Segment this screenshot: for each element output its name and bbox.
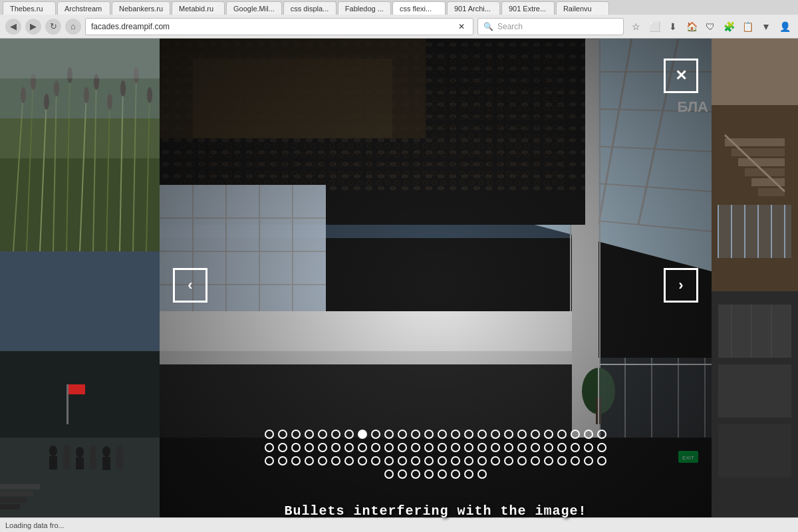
home-button[interactable]: ⌂ bbox=[65, 19, 81, 35]
bullet[interactable] bbox=[517, 430, 527, 439]
bullet[interactable] bbox=[438, 469, 447, 479]
bullet[interactable] bbox=[318, 430, 327, 439]
forward-button[interactable]: ▶ bbox=[25, 19, 41, 35]
bullet[interactable] bbox=[464, 456, 473, 466]
bullet[interactable] bbox=[384, 469, 394, 479]
person-icon[interactable]: 👤 bbox=[777, 19, 793, 35]
bullet[interactable] bbox=[451, 469, 460, 479]
bullet[interactable] bbox=[411, 430, 420, 439]
bullet[interactable] bbox=[571, 430, 580, 439]
bullet[interactable] bbox=[358, 443, 367, 452]
bullet[interactable] bbox=[477, 456, 487, 466]
bullet[interactable] bbox=[544, 430, 553, 439]
bullet[interactable] bbox=[291, 430, 301, 439]
bullet[interactable] bbox=[438, 443, 447, 452]
bullet[interactable] bbox=[371, 443, 380, 452]
clipboard-icon[interactable]: 📋 bbox=[739, 19, 755, 35]
home-icon[interactable]: 🏠 bbox=[684, 19, 700, 35]
bullet[interactable] bbox=[597, 456, 606, 466]
bullet[interactable] bbox=[557, 456, 567, 466]
bullet[interactable] bbox=[398, 469, 407, 479]
puzzle-icon[interactable]: 🧩 bbox=[721, 19, 737, 35]
bullet[interactable] bbox=[517, 456, 527, 466]
tab-10[interactable]: 901 Extre... bbox=[501, 1, 555, 15]
bullet[interactable] bbox=[424, 456, 434, 466]
close-button[interactable]: ✕ bbox=[664, 59, 698, 93]
bullet[interactable] bbox=[265, 430, 274, 439]
bullet[interactable] bbox=[517, 443, 527, 452]
bullet[interactable] bbox=[571, 443, 580, 452]
tab-8[interactable]: css flexi... bbox=[392, 1, 446, 15]
shield-icon[interactable]: 🛡 bbox=[702, 19, 718, 35]
address-bar[interactable]: facades.dreampif.com ✕ bbox=[85, 18, 473, 35]
tab-1[interactable]: Thebes.ru bbox=[3, 1, 56, 15]
bullet[interactable] bbox=[504, 430, 513, 439]
bullet[interactable] bbox=[305, 430, 314, 439]
download-icon[interactable]: ⬇ bbox=[665, 19, 681, 35]
bullet[interactable] bbox=[278, 430, 287, 439]
tab-4[interactable]: Metabid.ru bbox=[172, 1, 225, 15]
bullet[interactable] bbox=[278, 443, 287, 452]
bullet[interactable] bbox=[491, 456, 500, 466]
prev-button[interactable]: ‹ bbox=[173, 268, 207, 303]
bullet[interactable] bbox=[504, 443, 513, 452]
bullet[interactable] bbox=[451, 456, 460, 466]
tab-6[interactable]: css displa... bbox=[283, 1, 336, 15]
bullet[interactable] bbox=[265, 456, 274, 466]
bullet[interactable] bbox=[451, 430, 460, 439]
bullet[interactable] bbox=[411, 456, 420, 466]
bullet[interactable] bbox=[531, 443, 540, 452]
bullet[interactable] bbox=[411, 469, 420, 479]
bullet[interactable] bbox=[571, 456, 580, 466]
bullet[interactable] bbox=[305, 456, 314, 466]
back-button[interactable]: ◀ bbox=[5, 19, 21, 35]
bullet[interactable] bbox=[318, 456, 327, 466]
bullet[interactable] bbox=[491, 430, 500, 439]
bullet[interactable] bbox=[398, 443, 407, 452]
bullet[interactable] bbox=[584, 430, 593, 439]
bullet[interactable] bbox=[477, 443, 487, 452]
bullet[interactable] bbox=[424, 469, 434, 479]
bullet[interactable] bbox=[491, 443, 500, 452]
bullet[interactable] bbox=[597, 443, 606, 452]
bullet[interactable] bbox=[278, 456, 287, 466]
bullet[interactable] bbox=[331, 430, 340, 439]
tab-9[interactable]: 901 Archi... bbox=[447, 1, 500, 15]
bullet[interactable] bbox=[531, 456, 540, 466]
tab-3[interactable]: Nebankers.ru bbox=[112, 1, 170, 15]
bullet[interactable] bbox=[464, 430, 473, 439]
bullet[interactable] bbox=[411, 443, 420, 452]
bullet[interactable] bbox=[398, 430, 407, 439]
bullet[interactable] bbox=[477, 469, 487, 479]
bullet[interactable] bbox=[544, 443, 553, 452]
bullet[interactable] bbox=[318, 443, 327, 452]
bullet[interactable] bbox=[597, 430, 606, 439]
tab-11[interactable]: Railenvu bbox=[556, 1, 609, 15]
bullet[interactable] bbox=[557, 430, 567, 439]
bullet[interactable] bbox=[344, 456, 354, 466]
bullet[interactable] bbox=[557, 443, 567, 452]
bullet[interactable] bbox=[344, 430, 354, 439]
bullet[interactable] bbox=[344, 443, 354, 452]
bullet[interactable] bbox=[584, 456, 593, 466]
bullet[interactable] bbox=[358, 456, 367, 466]
bullet[interactable] bbox=[384, 443, 394, 452]
bullet[interactable] bbox=[438, 430, 447, 439]
star-icon[interactable]: ☆ bbox=[628, 19, 644, 35]
reload-button[interactable]: ↻ bbox=[45, 19, 61, 35]
bullet[interactable] bbox=[504, 456, 513, 466]
bullet[interactable] bbox=[464, 443, 473, 452]
tab-5[interactable]: Google.Mil... bbox=[226, 1, 282, 15]
bullet[interactable] bbox=[331, 456, 340, 466]
bullet[interactable] bbox=[371, 430, 380, 439]
bullet[interactable] bbox=[291, 443, 301, 452]
bullet[interactable] bbox=[371, 456, 380, 466]
bullet[interactable] bbox=[291, 456, 301, 466]
menu-icon[interactable]: ▼ bbox=[758, 19, 774, 35]
bullet[interactable] bbox=[398, 456, 407, 466]
address-clear-button[interactable]: ✕ bbox=[456, 22, 467, 31]
tab-2[interactable]: Archstream bbox=[57, 1, 110, 15]
bullet[interactable] bbox=[584, 443, 593, 452]
bullet[interactable] bbox=[424, 430, 434, 439]
bullet[interactable] bbox=[424, 443, 434, 452]
